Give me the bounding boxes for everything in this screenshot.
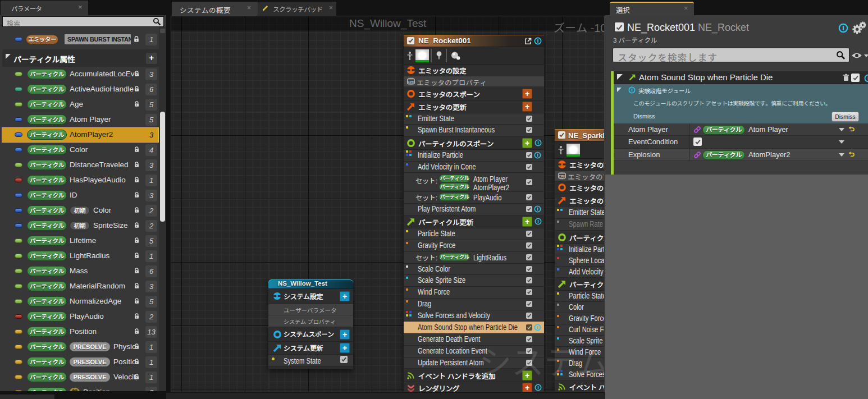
svg-text:CPU: CPU: [559, 175, 565, 178]
svg-text:CPU: CPU: [408, 80, 414, 84]
